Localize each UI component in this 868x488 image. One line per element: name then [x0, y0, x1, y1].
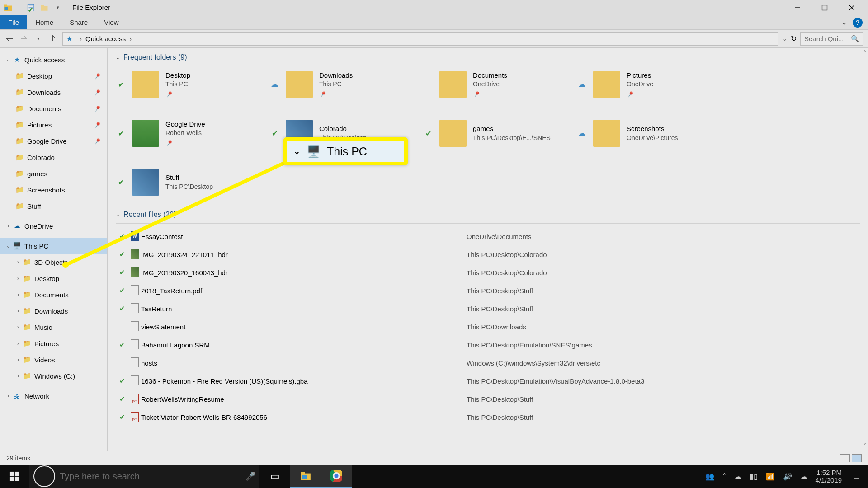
callout-this-pc: ⌄ 🖥️ This PC [283, 137, 408, 165]
chevron-down-icon: ⌄ [293, 146, 300, 156]
callout-label: This PC [327, 145, 367, 158]
pc-icon: 🖥️ [307, 145, 321, 158]
callout-anchor-dot [62, 262, 69, 268]
svg-line-23 [66, 163, 285, 265]
